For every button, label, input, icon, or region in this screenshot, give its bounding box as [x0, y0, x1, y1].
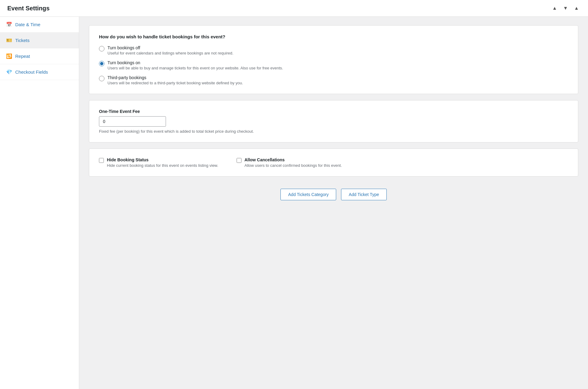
- booking-off-radio[interactable]: [99, 46, 104, 51]
- event-fee-label: One-Time Event Fee: [99, 109, 568, 114]
- header-controls: ▲ ▼ ▲: [550, 4, 581, 12]
- booking-third-party-desc: Users will be redirected to a third-part…: [107, 81, 243, 85]
- calendar-icon: 📅: [6, 22, 12, 27]
- event-fee-card: One-Time Event Fee Fixed fee (per bookin…: [89, 100, 578, 142]
- header: Event Settings ▲ ▼ ▲: [0, 0, 588, 17]
- booking-on-option[interactable]: Turn bookings on Users will be able to b…: [99, 60, 568, 70]
- hide-booking-status-option[interactable]: Hide Booking Status Hide current booking…: [99, 157, 218, 168]
- scroll-up-button[interactable]: ▲: [550, 4, 559, 12]
- sidebar-item-tickets[interactable]: 🎫 Tickets: [0, 33, 79, 48]
- sidebar-item-checkout-fields-label: Checkout Fields: [15, 69, 48, 75]
- main-content: 📅 Date & Time 🎫 Tickets 🔁 Repeat 💎 Check…: [0, 17, 588, 389]
- event-fee-input[interactable]: [99, 116, 166, 127]
- add-tickets-category-button[interactable]: Add Tickets Category: [280, 189, 336, 200]
- page-wrapper: Event Settings ▲ ▼ ▲ 📅 Date & Time 🎫 Tic…: [0, 0, 588, 389]
- sidebar: 📅 Date & Time 🎫 Tickets 🔁 Repeat 💎 Check…: [0, 17, 79, 389]
- sidebar-item-checkout-fields[interactable]: 💎 Checkout Fields: [0, 64, 79, 80]
- bookings-card: How do you wish to handle ticket booking…: [89, 25, 578, 94]
- page-title: Event Settings: [7, 5, 50, 12]
- booking-on-label: Turn bookings on: [107, 60, 283, 65]
- repeat-icon: 🔁: [6, 53, 12, 59]
- hide-booking-status-desc: Hide current booking status for this eve…: [107, 163, 218, 168]
- booking-third-party-label: Third-party bookings: [107, 75, 243, 80]
- scroll-down-button[interactable]: ▼: [561, 4, 570, 12]
- sidebar-item-repeat-label: Repeat: [15, 54, 30, 59]
- event-fee-desc: Fixed fee (per booking) for this event w…: [99, 129, 568, 134]
- action-buttons: Add Tickets Category Add Ticket Type: [89, 183, 578, 203]
- booking-off-option[interactable]: Turn bookings off Useful for event calen…: [99, 45, 568, 55]
- collapse-button[interactable]: ▲: [572, 4, 581, 12]
- checkbox-row: Hide Booking Status Hide current booking…: [99, 157, 568, 168]
- hide-booking-status-label: Hide Booking Status: [107, 157, 218, 162]
- sidebar-item-tickets-label: Tickets: [15, 38, 30, 43]
- booking-off-desc: Useful for event calendars and listings …: [107, 51, 233, 55]
- content-area: How do you wish to handle ticket booking…: [79, 17, 588, 389]
- add-ticket-type-button[interactable]: Add Ticket Type: [341, 189, 386, 200]
- tickets-icon: 🎫: [6, 37, 12, 43]
- sidebar-item-repeat[interactable]: 🔁 Repeat: [0, 48, 79, 64]
- booking-off-label: Turn bookings off: [107, 45, 233, 50]
- allow-cancellations-checkbox[interactable]: [237, 158, 241, 163]
- booking-third-party-radio[interactable]: [99, 76, 104, 81]
- allow-cancellations-option[interactable]: Allow Cancellations Allow users to cance…: [237, 157, 342, 168]
- booking-third-party-option[interactable]: Third-party bookings Users will be redir…: [99, 75, 568, 85]
- booking-on-desc: Users will be able to buy and manage tic…: [107, 66, 283, 70]
- allow-cancellations-desc: Allow users to cancel confirmed bookings…: [245, 163, 342, 168]
- hide-booking-status-checkbox[interactable]: [99, 158, 104, 163]
- sidebar-item-date-time-label: Date & Time: [15, 22, 40, 27]
- bookings-question: How do you wish to handle ticket booking…: [99, 34, 568, 39]
- booking-settings-card: Hide Booking Status Hide current booking…: [89, 149, 578, 177]
- sidebar-item-date-time[interactable]: 📅 Date & Time: [0, 17, 79, 33]
- booking-options-group: Turn bookings off Useful for event calen…: [99, 45, 568, 85]
- allow-cancellations-label: Allow Cancellations: [245, 157, 342, 162]
- diamond-icon: 💎: [6, 69, 12, 75]
- booking-on-radio[interactable]: [99, 61, 104, 66]
